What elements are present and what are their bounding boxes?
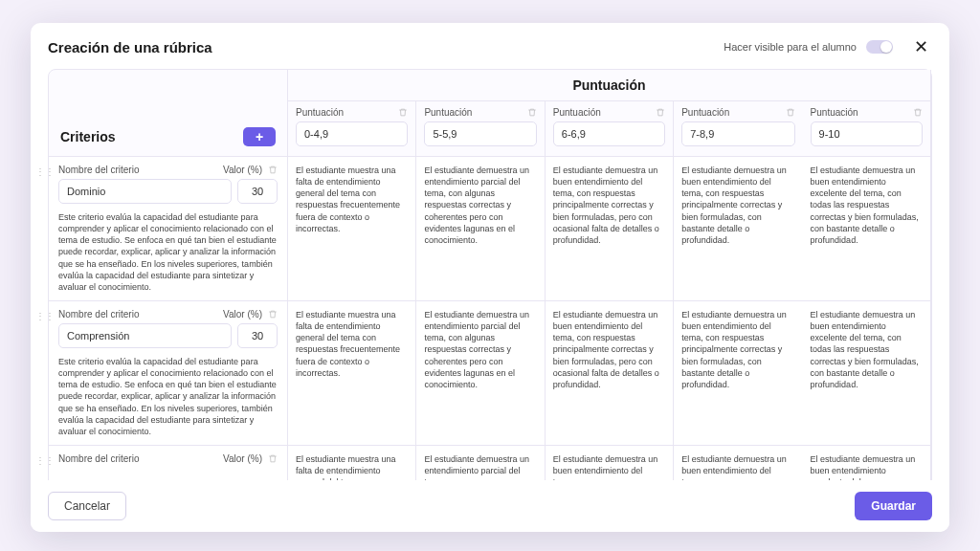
rubric-cell[interactable]: El estudiante demuestra un buen entendim… — [546, 157, 674, 301]
criterion-name-label: Nombre del criterio — [58, 453, 139, 464]
rubric-cell[interactable]: El estudiante demuestra un buen entendim… — [674, 446, 802, 480]
criterion-name-label: Nombre del criterio — [58, 309, 139, 320]
score-label: Puntuación — [424, 107, 472, 118]
rubric-cell[interactable]: El estudiante demuestra un buen entendim… — [674, 157, 802, 301]
modal-title: Creación de una rúbrica — [48, 39, 212, 55]
criterion-row: ⋮⋮ Nombre del criterio Valor (%) Este cr… — [49, 157, 288, 301]
score-label: Puntuación — [553, 107, 601, 118]
criterion-name-input[interactable] — [58, 179, 232, 204]
trash-icon[interactable] — [398, 107, 408, 118]
visibility-toggle[interactable] — [866, 40, 893, 54]
score-range-input[interactable] — [811, 121, 923, 146]
criterion-value-input[interactable] — [237, 323, 278, 348]
trash-icon[interactable] — [268, 453, 278, 464]
trash-icon[interactable] — [268, 309, 278, 320]
score-column-3: Puntuación — [674, 101, 802, 157]
trash-icon[interactable] — [268, 165, 278, 175]
drag-handle-icon[interactable]: ⋮⋮ — [35, 311, 55, 321]
score-range-input[interactable] — [681, 121, 794, 146]
add-criterion-button[interactable]: + — [243, 127, 276, 146]
criterion-row: ⋮⋮ Nombre del criterio Valor (%) Este cr… — [49, 301, 288, 446]
criteria-header-cell: Criterios + — [49, 70, 288, 157]
rubric-grid: Criterios + Puntuación Puntuación Puntua… — [48, 69, 932, 480]
criterion-name-label: Nombre del criterio — [58, 165, 139, 175]
visibility-label: Hacer visible para el alumno — [724, 41, 857, 53]
criterion-value-label: Valor (%) — [223, 309, 262, 320]
rubric-cell[interactable]: El estudiante muestra una falta de enten… — [288, 446, 416, 480]
rubric-cell[interactable]: El estudiante demuestra un buen entendim… — [803, 301, 931, 446]
trash-icon[interactable] — [786, 107, 795, 118]
criterion-description[interactable]: Este criterio evalúa la capacidad del es… — [58, 211, 278, 293]
rubric-cell[interactable]: El estudiante muestra una falta de enten… — [288, 157, 416, 301]
modal-body[interactable]: Criterios + Puntuación Puntuación Puntua… — [31, 69, 949, 480]
score-range-input[interactable] — [424, 121, 536, 146]
save-button[interactable]: Guardar — [855, 492, 932, 520]
score-label: Puntuación — [681, 107, 729, 118]
trash-icon[interactable] — [656, 107, 665, 118]
criteria-heading: Criterios — [60, 129, 116, 144]
score-column-0: Puntuación — [288, 101, 416, 157]
trash-icon[interactable] — [527, 107, 537, 118]
criterion-row: ⋮⋮ Nombre del criterio Valor (%) — [49, 446, 288, 480]
drag-handle-icon[interactable]: ⋮⋮ — [35, 455, 55, 466]
scores-heading: Puntuación — [288, 70, 931, 101]
rubric-cell[interactable]: El estudiante demuestra un buen entendim… — [803, 446, 931, 480]
rubric-cell[interactable]: El estudiante demuestra un entendimiento… — [416, 157, 545, 301]
rubric-modal: Creación de una rúbrica Hacer visible pa… — [31, 23, 949, 532]
rubric-cell[interactable]: El estudiante muestra una falta de enten… — [288, 301, 416, 446]
score-column-2: Puntuación — [546, 101, 674, 157]
modal-header: Creación de una rúbrica Hacer visible pa… — [31, 23, 949, 69]
criterion-value-input[interactable] — [237, 179, 278, 204]
drag-handle-icon[interactable]: ⋮⋮ — [35, 166, 55, 177]
rubric-cell[interactable]: El estudiante demuestra un buen entendim… — [803, 157, 931, 301]
score-label: Puntuación — [811, 107, 858, 118]
score-column-4: Puntuación — [803, 101, 931, 157]
modal-footer: Cancelar Guardar — [31, 480, 949, 532]
rubric-cell[interactable]: El estudiante demuestra un entendimiento… — [416, 446, 545, 480]
score-label: Puntuación — [296, 107, 344, 118]
criterion-name-input[interactable] — [58, 323, 232, 348]
cancel-button[interactable]: Cancelar — [48, 492, 126, 520]
criterion-value-label: Valor (%) — [223, 453, 262, 464]
close-icon[interactable]: ✕ — [910, 34, 932, 59]
rubric-cell[interactable]: El estudiante demuestra un buen entendim… — [674, 301, 802, 446]
rubric-cell[interactable]: El estudiante demuestra un entendimiento… — [416, 301, 545, 446]
criterion-description[interactable]: Este criterio evalúa la capacidad del es… — [58, 356, 278, 437]
criterion-value-label: Valor (%) — [223, 165, 262, 175]
rubric-cell[interactable]: El estudiante demuestra un buen entendim… — [546, 446, 674, 480]
score-column-1: Puntuación — [416, 101, 545, 157]
score-range-input[interactable] — [296, 121, 408, 146]
rubric-cell[interactable]: El estudiante demuestra un buen entendim… — [546, 301, 674, 446]
score-range-input[interactable] — [553, 121, 665, 146]
trash-icon[interactable] — [913, 107, 923, 118]
